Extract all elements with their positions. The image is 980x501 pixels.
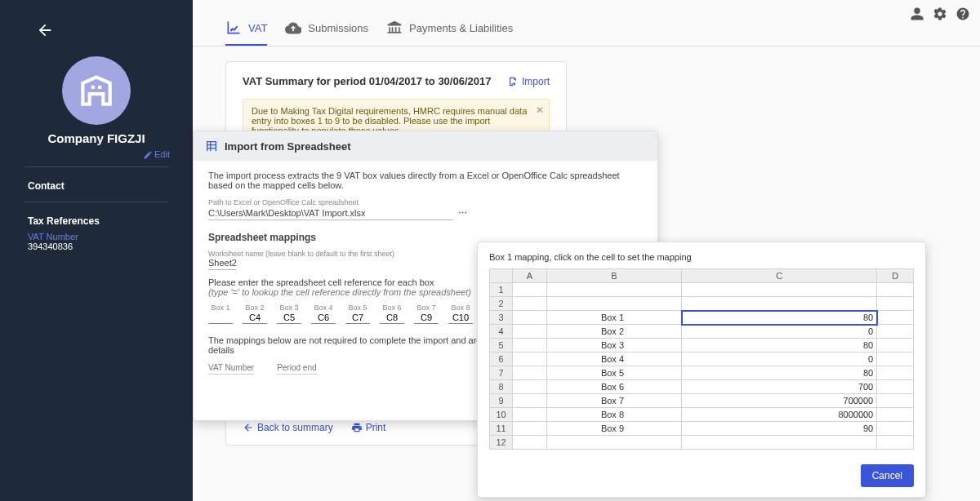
tab-vat[interactable]: VAT xyxy=(225,20,267,46)
vat-number-mapping[interactable]: VAT Number xyxy=(208,363,254,375)
arrow-left-icon xyxy=(243,422,254,433)
tab-submissions[interactable]: Submissions xyxy=(285,20,368,46)
period-end-mapping[interactable]: Period end xyxy=(277,363,316,375)
vat-number-label: VAT Number xyxy=(8,232,185,242)
box-6-input[interactable] xyxy=(380,312,404,324)
card-title: VAT Summary for period 01/04/2017 to 30/… xyxy=(243,75,491,87)
pencil-icon xyxy=(143,150,153,160)
box-8-cell: Box 8 xyxy=(448,304,473,324)
col-header[interactable]: D xyxy=(877,269,914,283)
path-label: Path to Excel or OpenOffice Calc spreads… xyxy=(208,198,643,206)
arrow-left-icon xyxy=(36,21,54,39)
box-3-cell: Box 3 xyxy=(277,304,301,324)
import-icon xyxy=(507,76,519,87)
close-icon[interactable]: ✕ xyxy=(536,104,544,116)
box-2-input[interactable] xyxy=(243,312,267,324)
topbar xyxy=(910,7,970,24)
divider xyxy=(24,166,168,167)
print-icon xyxy=(351,422,363,433)
box-7-input[interactable] xyxy=(414,312,439,324)
divider xyxy=(24,202,168,202)
back-button[interactable] xyxy=(36,21,185,42)
account-icon[interactable] xyxy=(910,7,924,24)
building-icon xyxy=(76,70,117,111)
company-name: Company FIGZJI xyxy=(8,131,185,145)
box-8-input[interactable] xyxy=(448,312,473,324)
cell-picker-dialog: Box 1 mapping, click on the cell to set … xyxy=(477,242,926,498)
import-link[interactable]: Import xyxy=(507,76,550,87)
box-6-cell: Box 6 xyxy=(380,304,404,324)
box-4-cell: Box 4 xyxy=(311,304,336,324)
box-3-input[interactable] xyxy=(277,312,301,324)
chart-icon xyxy=(225,20,242,36)
cell-dialog-title: Box 1 mapping, click on the cell to set … xyxy=(489,252,914,262)
help-icon[interactable] xyxy=(956,7,970,24)
company-logo xyxy=(62,56,131,125)
col-header[interactable]: A xyxy=(513,269,547,283)
spreadsheet-grid: A B C D 1 2 3Box 180 4Box 20 5Box 380 6B… xyxy=(489,268,914,450)
settings-icon[interactable] xyxy=(933,7,947,24)
tab-payments[interactable]: Payments & Liabilities xyxy=(386,20,513,46)
spreadsheet-icon xyxy=(205,140,218,153)
print-link[interactable]: Print xyxy=(351,422,386,433)
contact-label[interactable]: Contact xyxy=(8,175,185,197)
box-1-input[interactable] xyxy=(208,312,233,324)
edit-link[interactable]: Edit xyxy=(8,149,185,160)
back-to-summary-link[interactable]: Back to summary xyxy=(243,422,333,433)
box-4-input[interactable] xyxy=(311,312,336,324)
worksheet-input[interactable]: Sheet2 xyxy=(208,256,237,270)
browse-button[interactable]: ⋯ xyxy=(458,208,467,218)
cell-cancel-button[interactable]: Cancel xyxy=(861,464,914,487)
cloud-upload-icon xyxy=(285,20,301,36)
selected-cell[interactable]: 80 xyxy=(682,311,877,325)
box-7-cell: Box 7 xyxy=(414,304,439,324)
box-2-cell: Box 2 xyxy=(243,304,267,324)
box-5-input[interactable] xyxy=(345,312,370,324)
col-header[interactable]: C xyxy=(682,269,877,283)
tabs: VAT Submissions Payments & Liabilities xyxy=(193,0,980,47)
sidebar: Company FIGZJI Edit Contact Tax Referenc… xyxy=(0,0,193,501)
dialog-title-bar: Import from Spreadsheet xyxy=(194,131,657,161)
col-header[interactable]: B xyxy=(546,269,682,283)
tax-references-label: Tax References xyxy=(8,211,185,232)
box-5-cell: Box 5 xyxy=(345,304,370,324)
vat-number-value: 394340836 xyxy=(8,242,185,256)
box-1-cell: Box 1 xyxy=(208,304,233,324)
bank-icon xyxy=(386,20,403,36)
path-input[interactable]: C:\Users\Mark\Desktop\VAT Import.xlsx xyxy=(208,206,453,220)
import-intro: The import process extracts the 9 VAT bo… xyxy=(208,171,643,190)
